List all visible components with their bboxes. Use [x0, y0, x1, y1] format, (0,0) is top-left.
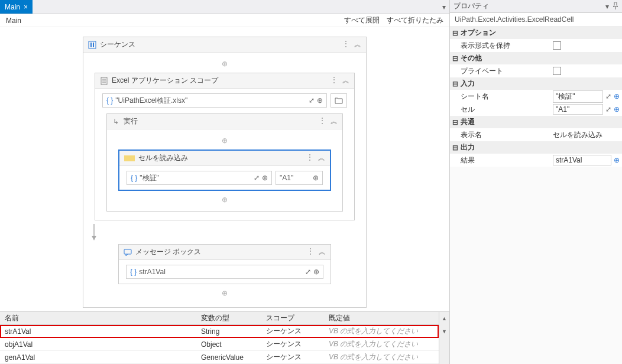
- add-icon[interactable]: ⊕: [614, 92, 620, 100]
- cell-addr-input[interactable]: "A1" ⊕: [276, 171, 323, 185]
- tab-main[interactable]: Main ×: [0, 0, 33, 14]
- var-type[interactable]: Object: [201, 340, 266, 349]
- flow-arrow-icon: [90, 224, 359, 240]
- svg-rect-9: [124, 249, 131, 254]
- var-scope[interactable]: シーケンス: [266, 352, 325, 362]
- designer-canvas[interactable]: シーケンス ⋮ ︽ ⊕ Excel アプリケーション スコープ: [0, 27, 449, 311]
- pin-icon[interactable]: [613, 2, 618, 11]
- add-expr-icon[interactable]: ⊕: [317, 96, 323, 105]
- expand-icon[interactable]: ⤢: [605, 105, 611, 113]
- expand-expr-icon[interactable]: ⤢: [309, 96, 315, 105]
- up-arrow-icon: ▲: [442, 316, 447, 321]
- read-cell-title: セルを読み込み: [138, 153, 188, 163]
- col-header-name[interactable]: 名前: [0, 313, 201, 323]
- collapse-all-button[interactable]: すべて折りたたみ: [387, 15, 443, 25]
- more-icon[interactable]: ⋮: [342, 40, 349, 50]
- variable-row[interactable]: strA1Val String シーケンス VB の式を入力してください: [0, 325, 439, 338]
- collapse-icon[interactable]: ︽: [354, 40, 361, 50]
- svg-rect-1: [90, 43, 92, 47]
- collapse-icon[interactable]: ︽: [331, 116, 338, 126]
- add-expr-icon[interactable]: ⊕: [313, 268, 319, 276]
- activity-sequence[interactable]: シーケンス ⋮ ︽ ⊕ Excel アプリケーション スコープ: [83, 37, 367, 308]
- add-icon[interactable]: ⊕: [614, 156, 620, 164]
- collapse-toggle-icon[interactable]: ⊟: [452, 144, 458, 152]
- var-name[interactable]: genA1Val: [0, 353, 201, 362]
- prop-group-other[interactable]: ⊟その他: [450, 52, 622, 64]
- activity-excel-scope[interactable]: Excel アプリケーション スコープ ⋮ ︽ { } "UiPathExcel…: [95, 73, 355, 220]
- more-icon[interactable]: ⋮: [319, 116, 326, 126]
- message-text-input[interactable]: { } strA1Val ⤢ ⊕: [126, 265, 323, 279]
- scroll-up-button[interactable]: ▲: [439, 312, 449, 325]
- sheet-name-input[interactable]: { } "検証" ⤢ ⊕: [127, 171, 272, 185]
- sheet-name-field[interactable]: "検証": [553, 90, 603, 103]
- col-header-default[interactable]: 既定値: [325, 313, 439, 323]
- scroll-down-button[interactable]: ▼: [439, 325, 449, 338]
- collapse-toggle-icon[interactable]: ⊟: [452, 118, 458, 126]
- col-header-scope[interactable]: スコープ: [266, 313, 325, 323]
- variables-header-row: 名前 変数の型 スコープ 既定値: [0, 312, 439, 325]
- variable-row[interactable]: objA1Val Object シーケンス VB の式を入力してください: [0, 338, 439, 351]
- var-name[interactable]: strA1Val: [0, 327, 201, 336]
- add-icon[interactable]: ⊕: [614, 105, 620, 113]
- var-scope[interactable]: シーケンス: [266, 326, 325, 336]
- down-arrow-icon: ▼: [442, 329, 447, 334]
- collapse-toggle-icon[interactable]: ⊟: [452, 80, 458, 88]
- col-header-type[interactable]: 変数の型: [201, 313, 266, 323]
- var-default[interactable]: VB の式を入力してください: [325, 352, 439, 362]
- collapse-toggle-icon[interactable]: ⊟: [452, 29, 458, 37]
- add-expr-icon[interactable]: ⊕: [313, 174, 319, 182]
- braces-icon: { }: [130, 268, 137, 276]
- panel-menu-icon[interactable]: ▾: [605, 2, 609, 11]
- tab-overflow-button[interactable]: ▾: [439, 0, 449, 14]
- collapse-icon[interactable]: ︽: [319, 247, 326, 257]
- variable-row[interactable]: genA1Val GenericValue シーケンス VB の式を入力してくだ…: [0, 351, 439, 364]
- prop-group-output[interactable]: ⊟出力: [450, 141, 622, 154]
- expand-expr-icon[interactable]: ⤢: [305, 268, 311, 276]
- private-checkbox[interactable]: [553, 67, 561, 75]
- add-node-button[interactable]: ⊕: [218, 194, 232, 205]
- message-box-title: メッセージ ボックス: [135, 247, 201, 257]
- activity-read-cell[interactable]: セルを読み込み ⋮ ︽: [118, 150, 331, 191]
- browse-file-button[interactable]: [331, 93, 347, 108]
- add-node-button[interactable]: ⊕: [218, 288, 232, 298]
- expand-all-button[interactable]: すべて展開: [344, 15, 380, 25]
- cell-addr-value: "A1": [280, 174, 310, 182]
- prop-display-name: 表示名 セルを読み込み: [450, 128, 622, 141]
- display-name-value[interactable]: セルを読み込み: [553, 130, 602, 140]
- prop-group-common[interactable]: ⊟共通: [450, 116, 622, 128]
- var-default[interactable]: VB の式を入力してください: [325, 339, 439, 349]
- expand-icon[interactable]: ⤢: [605, 92, 611, 100]
- activity-message-box[interactable]: メッセージ ボックス ⋮ ︽ { } strA1Val ⤢ ⊕: [118, 244, 331, 284]
- prop-group-options[interactable]: ⊟オプション: [450, 27, 622, 39]
- cell-field[interactable]: "A1": [553, 104, 603, 115]
- var-default[interactable]: VB の式を入力してください: [325, 326, 439, 336]
- sheet-name-value: "検証": [140, 173, 251, 183]
- add-node-button[interactable]: ⊕: [218, 58, 232, 69]
- var-type[interactable]: GenericValue: [201, 353, 266, 362]
- result-field[interactable]: strA1Val: [553, 155, 611, 165]
- prop-result: 結果 strA1Val ⊕: [450, 154, 622, 167]
- var-name[interactable]: objA1Val: [0, 340, 201, 349]
- var-type[interactable]: String: [201, 327, 266, 336]
- expand-expr-icon[interactable]: ⤢: [254, 174, 260, 182]
- close-icon[interactable]: ×: [24, 3, 28, 11]
- variables-panel: 名前 変数の型 スコープ 既定値 strA1Val String シーケンス V…: [0, 311, 449, 364]
- var-scope[interactable]: シーケンス: [266, 339, 325, 349]
- add-expr-icon[interactable]: ⊕: [262, 174, 268, 182]
- more-icon[interactable]: ⋮: [306, 153, 313, 163]
- breadcrumb[interactable]: Main: [6, 17, 21, 25]
- do-icon: ↳: [112, 118, 120, 126]
- add-node-button[interactable]: ⊕: [218, 135, 232, 146]
- more-icon[interactable]: ⋮: [307, 247, 314, 257]
- file-icon: [100, 77, 108, 85]
- workbook-path-input[interactable]: { } "UiPathExcel検証.xlsx" ⤢ ⊕: [102, 93, 327, 108]
- collapse-toggle-icon[interactable]: ⊟: [452, 54, 458, 63]
- keep-format-checkbox[interactable]: [553, 41, 561, 50]
- caret-down-icon: ▾: [442, 3, 446, 11]
- activity-do[interactable]: ↳ 実行 ⋮ ︽ ⊕: [106, 113, 343, 212]
- more-icon[interactable]: ⋮: [331, 76, 338, 86]
- activity-class-name: UiPath.Excel.Activities.ExcelReadCell: [450, 13, 622, 27]
- collapse-icon[interactable]: ︽: [318, 153, 325, 163]
- prop-group-input[interactable]: ⊟入力: [450, 77, 622, 90]
- collapse-icon[interactable]: ︽: [342, 76, 349, 86]
